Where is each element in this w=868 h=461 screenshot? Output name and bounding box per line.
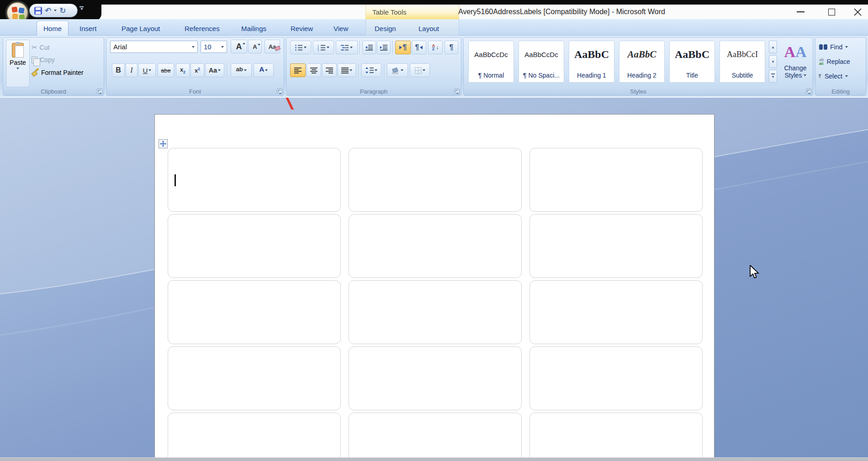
chevron-down-icon[interactable]: [423, 69, 425, 71]
line-spacing-button[interactable]: [361, 63, 381, 77]
label-cell[interactable]: [529, 413, 703, 457]
multilevel-list-button[interactable]: [336, 41, 358, 54]
save-icon[interactable]: [34, 7, 42, 15]
document-page[interactable]: [154, 114, 715, 457]
label-cell[interactable]: [168, 346, 341, 410]
clipboard-dialog-launcher[interactable]: [97, 89, 102, 94]
label-cell[interactable]: [529, 346, 703, 410]
tab-design[interactable]: Design: [368, 21, 402, 36]
numbering-button[interactable]: 123: [313, 41, 334, 54]
label-cell[interactable]: [168, 214, 341, 278]
superscript-button[interactable]: x2: [191, 63, 204, 77]
chevron-down-icon[interactable]: [148, 69, 151, 71]
styles-gallery-more-button[interactable]: ▼: [769, 70, 777, 83]
font-color-button[interactable]: A: [254, 63, 274, 77]
tab-layout[interactable]: Layout: [412, 21, 445, 36]
tab-mailings[interactable]: Mailings: [235, 21, 273, 36]
chevron-down-icon[interactable]: [401, 69, 403, 71]
chevron-down-icon[interactable]: [327, 47, 329, 48]
style-heading1[interactable]: AaBbCHeading 1: [569, 41, 614, 83]
label-cell[interactable]: [529, 148, 703, 212]
style-no-spacing[interactable]: AaBbCcDc¶ No Spaci...: [519, 41, 564, 83]
window-title: Avery5160AddressLabels [Compatibility Mo…: [458, 8, 665, 16]
styles-scroll-down-button[interactable]: ▼: [769, 55, 777, 68]
style-heading2[interactable]: AaBbCHeading 2: [619, 41, 665, 83]
bold-button[interactable]: B: [112, 63, 125, 77]
find-button[interactable]: Find: [819, 43, 848, 51]
label-cell[interactable]: [168, 148, 341, 212]
chevron-down-icon[interactable]: [349, 69, 352, 71]
tab-view[interactable]: View: [327, 21, 355, 36]
chevron-down-icon[interactable]: [304, 47, 307, 48]
chevron-down-icon[interactable]: [265, 69, 268, 71]
label-cell[interactable]: [529, 280, 703, 344]
text-highlight-button[interactable]: ab: [231, 63, 252, 77]
align-left-button[interactable]: [290, 63, 306, 77]
undo-icon[interactable]: ↶: [45, 7, 51, 15]
office-logo-icon: [11, 6, 18, 13]
style-title[interactable]: AaBbCTitle: [669, 41, 715, 83]
font-dialog-launcher[interactable]: [277, 89, 282, 94]
subscript-button[interactable]: x2: [176, 63, 190, 77]
align-center-button[interactable]: [307, 63, 321, 77]
chevron-down-icon[interactable]: [350, 47, 353, 48]
redo-icon[interactable]: ↻: [59, 7, 66, 15]
paragraph-dialog-launcher[interactable]: [454, 89, 460, 94]
select-button[interactable]: Select: [819, 73, 848, 80]
label-cell[interactable]: [349, 413, 522, 457]
font-name-combo[interactable]: Arial: [110, 41, 198, 53]
minimize-button[interactable]: [790, 5, 811, 19]
customize-qat-button[interactable]: [79, 6, 84, 10]
shrink-font-button[interactable]: A: [248, 40, 262, 53]
sort-button[interactable]: AZ ↓: [428, 41, 443, 54]
decrease-indent-button[interactable]: [362, 41, 376, 54]
label-cell[interactable]: [168, 413, 341, 457]
styles-scroll-up-button[interactable]: ▲: [769, 41, 777, 53]
underline-button[interactable]: U: [138, 63, 156, 77]
chevron-down-icon[interactable]: [244, 69, 247, 71]
tab-page-layout[interactable]: Page Layout: [115, 21, 166, 36]
strikethrough-button[interactable]: abe: [158, 63, 174, 77]
label-cell[interactable]: [168, 280, 341, 344]
format-painter-button[interactable]: Format Painter: [32, 69, 84, 76]
left-to-right-button[interactable]: ¶: [395, 41, 411, 54]
paste-dropdown-icon[interactable]: [16, 68, 19, 69]
borders-button[interactable]: [410, 63, 430, 77]
label-cell[interactable]: [529, 214, 703, 278]
undo-dropdown-icon[interactable]: [54, 10, 57, 11]
window-top-edge: [0, 0, 868, 5]
tab-references[interactable]: References: [178, 21, 226, 36]
paste-button[interactable]: Paste: [6, 40, 30, 87]
tab-review[interactable]: Review: [284, 21, 319, 36]
style-normal[interactable]: AaBbCcDc¶ Normal: [468, 41, 514, 83]
minimize-icon: [797, 11, 804, 12]
bullets-button[interactable]: [290, 41, 311, 54]
replace-button[interactable]: abac Replace: [819, 58, 850, 65]
label-cell[interactable]: [349, 214, 522, 278]
show-hide-pilcrow-button[interactable]: ¶: [445, 41, 458, 54]
label-cell[interactable]: [349, 148, 522, 212]
style-subtitle[interactable]: AaBbCcISubtitle: [720, 41, 765, 83]
change-case-button[interactable]: Aa: [205, 63, 224, 77]
change-styles-button[interactable]: AA Change Styles: [780, 41, 811, 91]
styles-dialog-launcher[interactable]: [806, 89, 811, 94]
shading-button[interactable]: [387, 63, 408, 77]
label-cell[interactable]: [349, 346, 522, 410]
chevron-down-icon[interactable]: [375, 69, 377, 71]
cut-button[interactable]: ✂ Cut: [32, 43, 49, 52]
justify-button[interactable]: [338, 63, 356, 77]
maximize-button[interactable]: [821, 5, 842, 19]
close-button[interactable]: [847, 5, 868, 19]
align-right-button[interactable]: [322, 63, 337, 77]
tab-home[interactable]: Home: [37, 21, 69, 36]
label-cell[interactable]: [349, 280, 522, 344]
italic-button[interactable]: I: [126, 63, 138, 77]
right-to-left-button[interactable]: ¶: [412, 41, 426, 54]
clear-formatting-button[interactable]: Aa: [265, 40, 280, 53]
font-size-combo[interactable]: 10: [201, 41, 227, 53]
grow-font-button[interactable]: A: [231, 40, 247, 53]
table-move-handle[interactable]: [159, 139, 168, 148]
tab-insert[interactable]: Insert: [73, 21, 103, 36]
increase-indent-button[interactable]: [377, 41, 391, 54]
copy-button[interactable]: Copy: [32, 56, 55, 63]
